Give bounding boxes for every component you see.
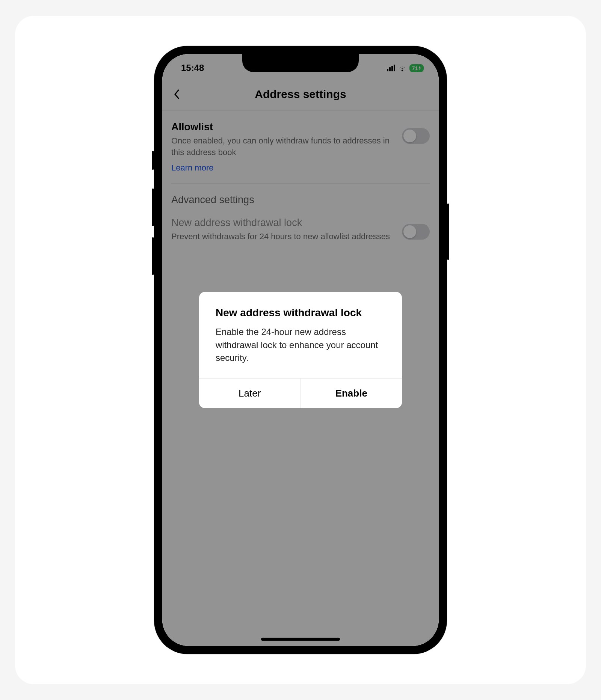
- phone-screen: 15:48 71: [162, 54, 439, 646]
- modal-buttons: Later Enable: [199, 378, 402, 408]
- withdrawal-lock-modal: New address withdrawal lock Enable the 2…: [199, 292, 402, 408]
- phone-frame: 15:48 71: [154, 46, 447, 654]
- later-button[interactable]: Later: [199, 379, 300, 408]
- volume-down-button: [152, 237, 154, 275]
- phone-notch: [242, 54, 359, 72]
- enable-button[interactable]: Enable: [300, 379, 402, 408]
- volume-up-button: [152, 189, 154, 226]
- modal-title: New address withdrawal lock: [216, 307, 385, 319]
- page-container: 15:48 71: [15, 16, 586, 684]
- modal-body: Enable the 24-hour new address withdrawa…: [216, 326, 385, 365]
- mute-switch: [152, 151, 154, 170]
- home-indicator[interactable]: [261, 638, 340, 641]
- modal-content: New address withdrawal lock Enable the 2…: [199, 292, 402, 378]
- modal-container: New address withdrawal lock Enable the 2…: [162, 54, 439, 646]
- power-button: [447, 204, 449, 260]
